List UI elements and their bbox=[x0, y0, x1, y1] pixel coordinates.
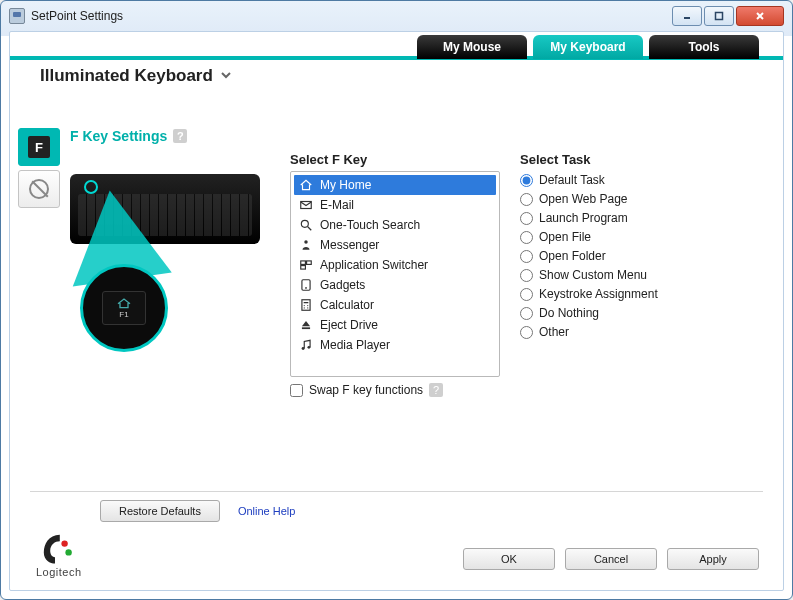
keycap-label: F1 bbox=[119, 310, 128, 319]
mail-icon bbox=[298, 197, 314, 213]
fkey-listbox[interactable]: My HomeE-MailOne-Touch SearchMessengerAp… bbox=[290, 171, 500, 377]
restore-defaults-button[interactable]: Restore Defaults bbox=[100, 500, 220, 522]
logitech-logo-icon bbox=[39, 530, 79, 566]
task-option[interactable]: Launch Program bbox=[520, 211, 763, 225]
rail-fkeys-button[interactable]: F bbox=[18, 128, 60, 166]
tab-tools[interactable]: Tools bbox=[649, 35, 759, 59]
task-radio[interactable] bbox=[520, 174, 533, 187]
fkey-item-label: Calculator bbox=[320, 298, 374, 312]
online-help-link[interactable]: Online Help bbox=[238, 505, 295, 517]
fkey-item[interactable]: Application Switcher bbox=[294, 255, 496, 275]
music-icon bbox=[298, 337, 314, 353]
section-title-row: F Key Settings ? bbox=[70, 128, 763, 144]
keycap-preview: F1 bbox=[102, 291, 146, 325]
task-heading: Select Task bbox=[520, 152, 763, 167]
svg-point-12 bbox=[305, 287, 307, 289]
eject-icon bbox=[298, 317, 314, 333]
svg-point-16 bbox=[307, 305, 308, 306]
task-radio[interactable] bbox=[520, 269, 533, 282]
app-window: SetPoint Settings My Mouse My Keyboard T… bbox=[0, 0, 793, 600]
fkey-item-label: Messenger bbox=[320, 238, 379, 252]
brand-name: Logitech bbox=[36, 566, 82, 578]
minimize-button[interactable] bbox=[672, 6, 702, 26]
fkey-item-label: One-Touch Search bbox=[320, 218, 420, 232]
footer-separator bbox=[30, 491, 763, 492]
fkey-column: Select F Key My HomeE-MailOne-Touch Sear… bbox=[290, 152, 500, 397]
task-radio[interactable] bbox=[520, 250, 533, 263]
task-radio[interactable] bbox=[520, 326, 533, 339]
svg-rect-8 bbox=[301, 261, 306, 265]
task-option[interactable]: Open Folder bbox=[520, 249, 763, 263]
fkey-item-label: Gadgets bbox=[320, 278, 365, 292]
maximize-button[interactable] bbox=[704, 6, 734, 26]
task-radio[interactable] bbox=[520, 288, 533, 301]
fkey-item[interactable]: One-Touch Search bbox=[294, 215, 496, 235]
task-option-label: Launch Program bbox=[539, 211, 628, 225]
brand-logo: Logitech bbox=[36, 530, 82, 578]
task-option[interactable]: Other bbox=[520, 325, 763, 339]
apply-button[interactable]: Apply bbox=[667, 548, 759, 570]
task-radio[interactable] bbox=[520, 212, 533, 225]
tab-my-keyboard[interactable]: My Keyboard bbox=[533, 35, 643, 59]
swap-label: Swap F key functions bbox=[309, 383, 423, 397]
fkey-item[interactable]: Media Player bbox=[294, 335, 496, 355]
task-option-label: Show Custom Menu bbox=[539, 268, 647, 282]
task-option-label: Other bbox=[539, 325, 569, 339]
window-controls bbox=[672, 6, 784, 26]
fkey-item[interactable]: Eject Drive bbox=[294, 315, 496, 335]
task-options: Default TaskOpen Web PageLaunch ProgramO… bbox=[520, 171, 763, 339]
main-panel: F Key Settings ? F1 bbox=[70, 128, 763, 500]
svg-point-20 bbox=[302, 347, 305, 350]
rail-disable-button[interactable] bbox=[18, 170, 60, 208]
dialog-buttons: OK Cancel Apply bbox=[463, 548, 759, 570]
task-option-label: Open Web Page bbox=[539, 192, 628, 206]
calculator-icon bbox=[298, 297, 314, 313]
task-radio[interactable] bbox=[520, 193, 533, 206]
client-area: My Mouse My Keyboard Tools Illuminated K… bbox=[9, 31, 784, 591]
task-option[interactable]: Open File bbox=[520, 230, 763, 244]
fkey-item-label: My Home bbox=[320, 178, 371, 192]
app-icon bbox=[9, 8, 25, 24]
gadgets-icon bbox=[298, 277, 314, 293]
task-radio[interactable] bbox=[520, 231, 533, 244]
tab-my-mouse[interactable]: My Mouse bbox=[417, 35, 527, 59]
swap-row: Swap F key functions ? bbox=[290, 383, 500, 397]
search-icon bbox=[298, 217, 314, 233]
fkey-item-label: E-Mail bbox=[320, 198, 354, 212]
task-option[interactable]: Default Task bbox=[520, 173, 763, 187]
titlebar: SetPoint Settings bbox=[1, 1, 792, 31]
task-option[interactable]: Keystroke Assignment bbox=[520, 287, 763, 301]
task-option[interactable]: Do Nothing bbox=[520, 306, 763, 320]
fkey-item[interactable]: Calculator bbox=[294, 295, 496, 315]
task-option-label: Open File bbox=[539, 230, 591, 244]
task-option[interactable]: Open Web Page bbox=[520, 192, 763, 206]
fkey-item[interactable]: Gadgets bbox=[294, 275, 496, 295]
svg-point-21 bbox=[307, 346, 310, 349]
section-title: F Key Settings bbox=[70, 128, 167, 144]
fkey-item-label: Media Player bbox=[320, 338, 390, 352]
swap-checkbox[interactable] bbox=[290, 384, 303, 397]
f-badge-icon: F bbox=[28, 136, 50, 158]
section-help-icon[interactable]: ? bbox=[173, 129, 187, 143]
task-option-label: Default Task bbox=[539, 173, 605, 187]
device-dropdown-chevron-icon[interactable] bbox=[219, 68, 233, 85]
ok-button[interactable]: OK bbox=[463, 548, 555, 570]
fkey-heading: Select F Key bbox=[290, 152, 500, 167]
cancel-button[interactable]: Cancel bbox=[565, 548, 657, 570]
task-option[interactable]: Show Custom Menu bbox=[520, 268, 763, 282]
appswitch-icon bbox=[298, 257, 314, 273]
swap-help-icon[interactable]: ? bbox=[429, 383, 443, 397]
zoom-circle: F1 bbox=[80, 264, 168, 352]
illustration-column: F1 bbox=[70, 152, 270, 397]
svg-point-18 bbox=[307, 307, 308, 308]
svg-line-6 bbox=[308, 227, 312, 231]
fkey-item[interactable]: Messenger bbox=[294, 235, 496, 255]
svg-point-15 bbox=[304, 305, 305, 306]
task-radio[interactable] bbox=[520, 307, 533, 320]
home-icon bbox=[298, 177, 314, 193]
device-header: Illuminated Keyboard bbox=[10, 60, 783, 96]
fkey-item[interactable]: E-Mail bbox=[294, 195, 496, 215]
messenger-icon bbox=[298, 237, 314, 253]
close-button[interactable] bbox=[736, 6, 784, 26]
fkey-item[interactable]: My Home bbox=[294, 175, 496, 195]
